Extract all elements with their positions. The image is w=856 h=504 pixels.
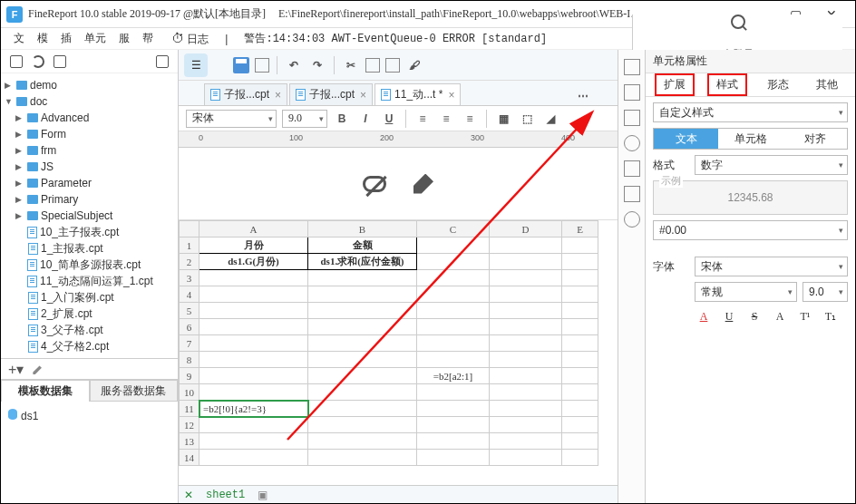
seg-cell[interactable]: 单元格	[718, 129, 783, 149]
tree-folder[interactable]: ▶Form	[1, 126, 178, 142]
add-dataset-button[interactable]: +▾	[8, 361, 24, 378]
tree-file[interactable]: 3_父子格.cpt	[1, 322, 178, 338]
fill-color-button[interactable]: ◢	[541, 110, 559, 128]
delete-dataset-icon[interactable]	[53, 363, 63, 374]
align-center-button[interactable]: ≡	[437, 110, 455, 128]
crop-icon[interactable]	[624, 160, 640, 177]
tree-file[interactable]: 4_父子格2.cpt	[1, 338, 178, 354]
tab-overflow-icon[interactable]: ⋯	[574, 87, 592, 105]
font-weight-select[interactable]: 常规	[695, 282, 797, 302]
tree-folder-doc[interactable]: ▼doc	[1, 93, 178, 110]
menu-cell[interactable]: 单元	[84, 31, 106, 46]
tree-folder[interactable]: ▶Parameter	[1, 175, 178, 191]
format-painter-button[interactable]: 🖌	[405, 56, 423, 74]
server-dataset-tab[interactable]: 服务器数据集	[90, 380, 179, 402]
underline-button[interactable]: U	[380, 110, 398, 128]
tab-form[interactable]: 形态	[760, 75, 796, 94]
widget-icon[interactable]	[624, 84, 640, 101]
condition-icon[interactable]	[624, 110, 640, 126]
cell-b1[interactable]: 金额	[308, 237, 417, 254]
cut-button[interactable]: ✂	[342, 56, 360, 74]
seg-text[interactable]: 文本	[654, 129, 718, 149]
tree-folder[interactable]: ▶SpecialSubject	[1, 208, 178, 224]
doc-tab[interactable]: 子报...cpt×	[204, 83, 287, 105]
subscript-icon[interactable]: T₁	[822, 307, 840, 325]
font-family-select2[interactable]: 宋体	[695, 257, 848, 276]
add-sheet-icon[interactable]: ▣	[258, 489, 268, 501]
merge-button[interactable]: ⬚	[518, 110, 536, 128]
hyperlink-icon[interactable]	[624, 135, 640, 151]
tree-folder-demo[interactable]: ▶demo	[1, 77, 178, 93]
sheet-tab[interactable]: sheet1	[199, 489, 252, 501]
tree-file[interactable]: 2_扩展.cpt	[1, 305, 178, 322]
align-left-button[interactable]: ≡	[413, 110, 432, 128]
format-select[interactable]: 数字	[695, 155, 848, 175]
cell-c9[interactable]: =b2[a2:1]	[417, 368, 490, 384]
tree-file[interactable]: 10_主子报表.cpt	[1, 224, 178, 240]
sheet-grid[interactable]: ABCDE 1月份金额 2ds1.G(月份)ds1.求和(应付金额) 3 4 5…	[179, 220, 618, 485]
tree-folder[interactable]: ▶frm	[1, 142, 178, 159]
tab-style[interactable]: 样式	[707, 73, 747, 96]
edit-param-icon[interactable]	[413, 174, 433, 194]
link-icon[interactable]	[624, 211, 640, 228]
italic-button[interactable]: I	[356, 110, 374, 128]
save-button[interactable]	[233, 57, 249, 73]
border-button[interactable]: ▦	[494, 110, 512, 128]
present-icon[interactable]	[624, 186, 640, 202]
tree-file[interactable]: 1_主报表.cpt	[1, 240, 178, 257]
shadow-icon[interactable]: A	[771, 307, 789, 325]
menu-help[interactable]: 帮	[142, 31, 153, 46]
bold-button[interactable]: B	[333, 110, 351, 128]
preview-button[interactable]: ☰	[184, 53, 208, 77]
close-tab-icon[interactable]: ×	[275, 89, 281, 102]
menu-file[interactable]: 文	[14, 31, 24, 46]
cell-props-icon[interactable]	[624, 59, 640, 75]
redo-button[interactable]: ↷	[308, 56, 326, 74]
cell-a11-selected[interactable]: =b2[!0]{a2!=3}	[199, 401, 308, 417]
close-tab-icon[interactable]: ×	[360, 89, 366, 102]
font-size-select[interactable]: 9.0	[282, 110, 327, 128]
dataset-item[interactable]: ds1	[8, 409, 170, 422]
cell-a1[interactable]: 月份	[199, 237, 308, 254]
strike-icon[interactable]: S	[745, 307, 764, 325]
menu-server[interactable]: 服	[119, 31, 130, 46]
tab-other[interactable]: 其他	[809, 75, 845, 94]
copy-button[interactable]	[365, 58, 380, 73]
close-tab-icon[interactable]: ×	[448, 89, 454, 102]
font-size-select2[interactable]: 9.0	[802, 282, 848, 302]
cell-b2[interactable]: ds1.求和(应付金额)	[308, 254, 417, 270]
doc-tab[interactable]: 子报...cpt×	[289, 83, 373, 105]
copy-dataset-icon[interactable]	[73, 363, 83, 374]
refresh-icon[interactable]	[32, 55, 44, 68]
tree-file[interactable]: 1_入门案例.cpt	[1, 289, 178, 305]
tree-folder[interactable]: ▶Primary	[1, 191, 178, 208]
style-type-select[interactable]: 自定义样式	[653, 102, 848, 122]
undo-button[interactable]: ↶	[285, 56, 303, 74]
tree-folder[interactable]: ▶JS	[1, 159, 178, 175]
new-file-icon[interactable]	[10, 55, 23, 68]
seg-align[interactable]: 对齐	[783, 129, 847, 149]
edit-dataset-icon[interactable]	[33, 363, 44, 374]
cell-a2[interactable]: ds1.G(月份)	[199, 254, 308, 270]
folder-open-icon[interactable]	[54, 55, 66, 68]
menu-insert[interactable]: 插	[61, 31, 72, 46]
log-label[interactable]: ⏱ 日志	[171, 31, 209, 47]
template-dataset-tab[interactable]: 模板数据集	[1, 380, 90, 402]
format-code-select[interactable]: #0.00	[653, 220, 848, 240]
align-right-button[interactable]: ≡	[461, 110, 479, 128]
paste-button[interactable]	[385, 58, 400, 73]
tree-file[interactable]: 10_简单多源报表.cpt	[1, 257, 178, 273]
hide-param-icon[interactable]	[363, 176, 386, 192]
font-family-select[interactable]: 宋体	[186, 110, 277, 128]
search-icon[interactable]	[731, 15, 745, 29]
superscript-icon[interactable]: T¹	[796, 307, 814, 325]
collapse-panel-icon[interactable]	[156, 55, 169, 68]
save-as-icon[interactable]	[255, 58, 269, 73]
tree-file[interactable]: 11_动态隔间运算_1.cpt	[1, 273, 178, 289]
menu-template[interactable]: 模	[37, 31, 48, 46]
tree-folder[interactable]: ▶Advanced	[1, 110, 178, 126]
font-color-icon[interactable]: A	[695, 307, 713, 325]
doc-tab-active[interactable]: 11_动...t *×	[374, 83, 461, 105]
underline-icon[interactable]: U	[720, 307, 738, 325]
tab-expand[interactable]: 扩展	[655, 73, 695, 96]
